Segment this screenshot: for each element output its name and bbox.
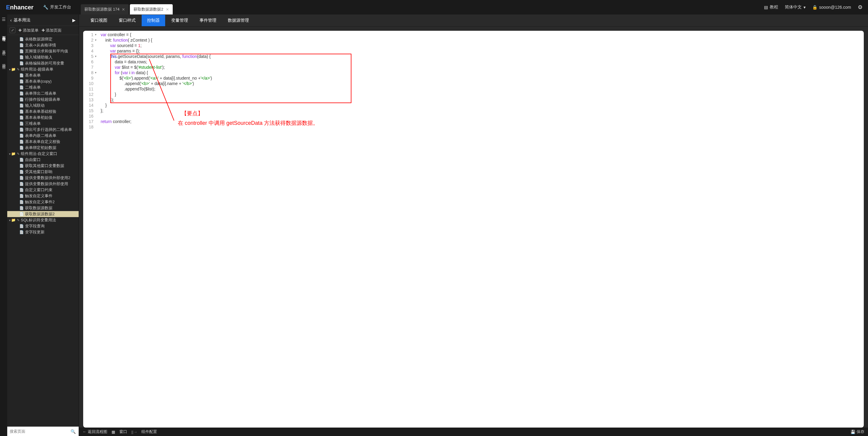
tree-file[interactable]: 📄行操作按钮超级表单 bbox=[7, 96, 79, 103]
tree-file[interactable]: 📄获取数据源数据 bbox=[7, 205, 79, 211]
code-line[interactable]: .appendTo($list); bbox=[101, 86, 212, 92]
tree-file[interactable]: 📄触发自定义事件2 bbox=[7, 199, 79, 205]
crumb-config[interactable]: 组件配置 bbox=[141, 429, 157, 435]
tree-file[interactable]: 📄表单弹出二维表单 bbox=[7, 90, 79, 96]
tree-file[interactable]: 📄二维表单 bbox=[7, 84, 79, 90]
tree-file[interactable]: 📄自定义窗口约束 bbox=[7, 187, 79, 193]
tree-file[interactable]: 📄弹出可多行选择的二维表单 bbox=[7, 127, 79, 133]
tutorial-label: 教程 bbox=[770, 4, 778, 10]
tree-file[interactable]: 📄表格数据源绑定 bbox=[7, 36, 79, 42]
code-line[interactable]: } bbox=[101, 103, 212, 108]
file-icon: 📄 bbox=[19, 49, 24, 53]
lang-select[interactable]: 简体中文 ▾ bbox=[785, 4, 806, 10]
fold-icon[interactable]: ▾ bbox=[95, 37, 96, 43]
close-icon[interactable]: ✕ bbox=[122, 7, 125, 12]
editor-lines[interactable]: var controller = { init: function( zCont… bbox=[96, 32, 212, 130]
crumb-window[interactable]: 窗口 bbox=[119, 429, 127, 435]
code-line[interactable]: this.getSourceData(sourceId, params, fun… bbox=[101, 54, 212, 59]
add-page-button[interactable]: ✚ 添加页面 bbox=[41, 28, 62, 33]
code-line[interactable] bbox=[101, 124, 212, 130]
code-line[interactable]: return controller; bbox=[101, 119, 212, 124]
editor-gutter: 1▾2▾345▾678▾9101112131415161718 bbox=[83, 32, 96, 130]
tutorial-link[interactable]: ▤ 教程 bbox=[764, 4, 778, 10]
close-icon[interactable]: ✕ bbox=[166, 7, 169, 12]
tree-file[interactable]: 📄自由窗口 bbox=[7, 157, 79, 163]
rail-tab-nav[interactable]: 菜单导航 bbox=[1, 46, 6, 51]
top-tab-0[interactable]: 获取数据源数据 174 ✕ bbox=[81, 4, 129, 14]
tree-folder[interactable]: ▾📁✎SQL标识符变量用法 bbox=[7, 217, 79, 223]
tree-file[interactable]: 📄触发自定义事件 bbox=[7, 193, 79, 199]
fold-icon[interactable]: ▾ bbox=[95, 54, 96, 59]
tree-file[interactable]: 📄获取其他窗口变量数据 bbox=[7, 163, 79, 169]
tree-folder[interactable]: ▾📁✎组件用法-超级表单 bbox=[7, 66, 79, 72]
chevron-left-icon[interactable]: ‹ bbox=[10, 18, 12, 23]
rail-tab-config[interactable]: 项目配置 bbox=[1, 60, 6, 64]
code-line[interactable]: data = data.rows; bbox=[101, 59, 212, 64]
back-button[interactable]: ← 返回流程图 bbox=[83, 429, 107, 435]
code-line[interactable]: var $list = $('#student-list'); bbox=[101, 64, 212, 70]
tree-file[interactable]: 📄表单内嵌二维表单 bbox=[7, 133, 79, 139]
search-input[interactable] bbox=[7, 429, 67, 434]
code-line[interactable]: .append('<b>' + data[i].name + '</b>') bbox=[101, 81, 212, 86]
tab-datasource[interactable]: 数据源管理 bbox=[222, 15, 254, 26]
fold-icon[interactable]: ▾ bbox=[95, 70, 96, 76]
tab-style[interactable]: 窗口样式 bbox=[113, 15, 141, 26]
rail-tab-pages[interactable]: 页面管理 bbox=[1, 32, 6, 37]
tab-events[interactable]: 事件管理 bbox=[194, 15, 222, 26]
fold-icon[interactable]: ▾ bbox=[95, 32, 96, 37]
tree-file[interactable]: 📄获取数据源数据2 bbox=[7, 211, 79, 217]
tree-item-label: 触发自定义事件 bbox=[25, 193, 53, 199]
tree-file[interactable]: 📄变字段更新 bbox=[7, 229, 79, 235]
wrench-icon: 🔧 bbox=[43, 5, 48, 10]
sidebar-tree[interactable]: 📄表格数据源绑定📄主表->从表格详情📄页脚显示求和值和平均值📄输入域辅助输入📄表… bbox=[7, 35, 79, 426]
tree-file[interactable]: 📄基本表单自定义校验 bbox=[7, 139, 79, 145]
file-icon: 📄 bbox=[19, 140, 24, 144]
code-line[interactable]: } bbox=[101, 92, 212, 97]
tab-vars[interactable]: 变量管理 bbox=[166, 15, 193, 26]
tree-file[interactable]: 📄变字段查询 bbox=[7, 223, 79, 229]
tree-file[interactable]: 📄输入域辅助输入 bbox=[7, 54, 79, 60]
tree-file[interactable]: 📄页脚显示求和值和平均值 bbox=[7, 48, 79, 54]
tree-file[interactable]: 📄基本表单 bbox=[7, 72, 79, 78]
tree-file[interactable]: 📄提供变量数据供外部使用 bbox=[7, 181, 79, 187]
top-tab-1[interactable]: 获取数据源数据2 ✕ bbox=[130, 4, 173, 14]
code-line[interactable]: init: function( zContext ) { bbox=[101, 37, 212, 43]
tree-file[interactable]: 📄表格编辑器的可用变量 bbox=[7, 60, 79, 66]
code-line[interactable] bbox=[101, 113, 212, 119]
code-line[interactable]: var controller = { bbox=[101, 32, 212, 37]
tree-file[interactable]: 📄输入域联动 bbox=[7, 103, 79, 109]
code-line[interactable]: }); bbox=[101, 97, 212, 103]
file-icon: 📄 bbox=[19, 91, 24, 95]
file-icon: 📄 bbox=[19, 230, 24, 234]
brand-e: E bbox=[6, 4, 10, 10]
tree-file[interactable]: 📄受其他窗口影响 bbox=[7, 169, 79, 175]
play-icon[interactable]: ▶ bbox=[72, 18, 76, 23]
expand-icon[interactable]: ⤢ bbox=[10, 27, 16, 33]
tree-file[interactable]: 📄三维表单 bbox=[7, 121, 79, 127]
tree-file[interactable]: 📄主表->从表格详情 bbox=[7, 42, 79, 48]
tree-item-label: 页脚显示求和值和平均值 bbox=[25, 49, 68, 54]
code-line[interactable]: $('<li>').append('<a>' + data[i].student… bbox=[101, 76, 212, 81]
code-line[interactable]: }; bbox=[101, 108, 212, 113]
code-editor[interactable]: 1▾2▾345▾678▾9101112131415161718 var cont… bbox=[83, 31, 864, 428]
tab-view[interactable]: 窗口视图 bbox=[85, 15, 113, 26]
tree-file[interactable]: 📄基本表单(copy) bbox=[7, 78, 79, 84]
tree-file[interactable]: 📄基本表单基础校验 bbox=[7, 109, 79, 115]
tree-file[interactable]: 📄提供变量数据供外部使用2 bbox=[7, 175, 79, 181]
menu-icon[interactable]: ☰ bbox=[2, 17, 6, 22]
save-button[interactable]: 💾 保存 bbox=[850, 429, 864, 435]
tree-file[interactable]: 📄表单绑定初始数据 bbox=[7, 145, 79, 151]
code-line[interactable]: var params = {}; bbox=[101, 48, 212, 54]
search-icon[interactable]: 🔍 bbox=[67, 429, 79, 434]
tab-controller[interactable]: 控制器 bbox=[142, 15, 165, 26]
tree-file[interactable]: 📄基本表单初始值 bbox=[7, 115, 79, 121]
brand-logo: Enhancer bbox=[2, 4, 37, 11]
workbench-link[interactable]: 🔧 开发工作台 bbox=[37, 4, 77, 10]
code-line[interactable]: for (var i in data) { bbox=[101, 70, 212, 76]
tree-folder[interactable]: ▾📁✎组件用法-自定义窗口 bbox=[7, 151, 79, 157]
code-line[interactable]: var sourceId = 1; bbox=[101, 43, 212, 48]
add-menu-button[interactable]: ✚ 添加菜单 bbox=[19, 28, 38, 33]
tree-item-label: 获取其他窗口变量数据 bbox=[25, 163, 64, 169]
user-menu[interactable]: 🔒 sooon@126.com bbox=[812, 5, 851, 10]
gear-icon[interactable]: ⚙ bbox=[858, 4, 863, 10]
